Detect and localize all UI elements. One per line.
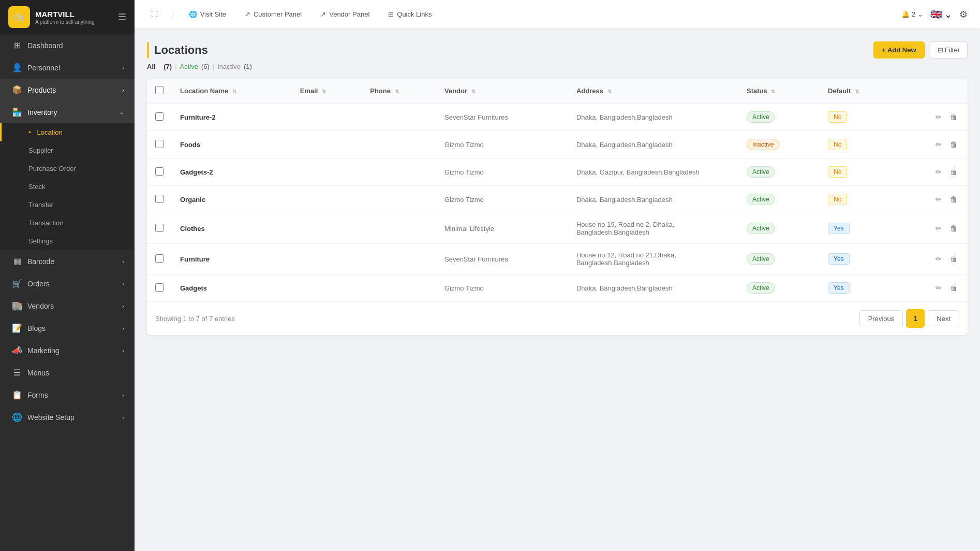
select-all-checkbox[interactable] — [155, 86, 164, 94]
cell-vendor: Gizmo Tizmo — [436, 274, 568, 302]
col-address: Address ⇅ — [568, 79, 738, 104]
add-new-button[interactable]: + Add New — [873, 41, 924, 59]
sidebar-item-stock[interactable]: Stock — [0, 178, 135, 196]
filter-active-count: (6) — [201, 63, 210, 70]
sidebar-item-menus[interactable]: ☰ Menus — [0, 361, 135, 384]
edit-button[interactable]: ✏ — [933, 222, 944, 235]
main-area: ⛶ | 🌐 Visit Site ↗ Customer Panel ↗ Vend… — [135, 0, 980, 551]
sidebar-item-location[interactable]: Location — [0, 123, 135, 141]
expand-btn[interactable]: ⛶ — [147, 8, 162, 20]
cell-location-name: Foods — [172, 131, 292, 158]
row-checkbox[interactable] — [155, 254, 164, 263]
filter-button[interactable]: ⊟ Filter — [930, 41, 968, 59]
sidebar-item-blogs[interactable]: 📝 Blogs › — [0, 317, 135, 339]
visit-site-btn[interactable]: 🌐 Visit Site — [185, 8, 230, 20]
row-checkbox[interactable] — [155, 195, 164, 203]
sidebar-item-marketing[interactable]: 📣 Marketing › — [0, 339, 135, 361]
col-email: Email ⇅ — [292, 79, 362, 104]
row-actions: ✏ 🗑 — [906, 166, 959, 178]
row-checkbox[interactable] — [155, 140, 164, 148]
sidebar-item-purchase-order[interactable]: Purchase Order — [0, 160, 135, 178]
sidebar-item-supplier[interactable]: Supplier — [0, 141, 135, 160]
default-badge: Yes — [828, 253, 850, 265]
delete-button[interactable]: 🗑 — [948, 138, 959, 151]
edit-button[interactable]: ✏ — [933, 166, 944, 178]
customer-panel-btn[interactable]: ↗ Customer Panel — [241, 8, 306, 20]
cell-phone — [362, 186, 436, 213]
delete-button[interactable]: 🗑 — [948, 253, 959, 265]
cell-address: Dhaka, Gazipur, Bangladesh,Bangladesh — [568, 158, 738, 186]
hamburger-icon[interactable]: ☰ — [118, 11, 126, 23]
row-checkbox[interactable] — [155, 167, 164, 176]
row-checkbox[interactable] — [155, 224, 164, 232]
cell-phone — [362, 131, 436, 158]
chevron-right-icon: › — [122, 414, 124, 421]
chevron-right-icon: › — [122, 347, 124, 354]
delete-button[interactable]: 🗑 — [948, 111, 959, 123]
inventory-icon: 🏪 — [12, 107, 22, 117]
chevron-down-icon: ⌄ — [944, 9, 952, 20]
filter-active[interactable]: Active — [180, 63, 198, 70]
notification-btn[interactable]: 🔔 2 ⌄ — [901, 10, 923, 18]
delete-button[interactable]: 🗑 — [948, 282, 959, 294]
page-1-button[interactable]: 1 — [906, 309, 925, 328]
sidebar-item-website-setup[interactable]: 🌐 Website Setup › — [0, 406, 135, 428]
edit-button[interactable]: ✏ — [933, 253, 944, 265]
edit-button[interactable]: ✏ — [933, 193, 944, 206]
delete-button[interactable]: 🗑 — [948, 222, 959, 235]
sidebar-item-settings[interactable]: Settings — [0, 232, 135, 250]
edit-button[interactable]: ✏ — [933, 111, 944, 123]
language-selector[interactable]: 🇬🇧 ⌄ — [930, 9, 952, 20]
sidebar-item-transaction[interactable]: Transaction — [0, 214, 135, 232]
sidebar-item-transfer[interactable]: Transfer — [0, 196, 135, 214]
cell-address: Dhaka, Bangladesh,Bangladesh — [568, 131, 738, 158]
cell-default: No — [820, 186, 898, 213]
sidebar-item-dashboard[interactable]: ⊞ Dashboard — [0, 34, 135, 56]
locations-table-card: Location Name ⇅ Email ⇅ Phone ⇅ Vendor ⇅… — [147, 79, 968, 335]
filter-all-count: (7) — [164, 63, 172, 70]
sidebar-item-vendors[interactable]: 🏬 Vendors › — [0, 295, 135, 317]
inventory-submenu: Location Supplier Purchase Order Stock T… — [0, 123, 135, 250]
delete-button[interactable]: 🗑 — [948, 193, 959, 206]
edit-button[interactable]: ✏ — [933, 282, 944, 294]
table-body: Furniture-2 SevenStar Furnitures Dhaka, … — [147, 104, 968, 302]
chevron-down-icon: ⌄ — [917, 10, 923, 18]
sidebar-item-barcode[interactable]: ▦ Barcode › — [0, 250, 135, 272]
status-badge: Active — [747, 223, 775, 234]
row-checkbox-cell — [147, 131, 172, 158]
row-checkbox[interactable] — [155, 112, 164, 121]
cell-address: Dhaka, Bangladesh,Bangladesh — [568, 274, 738, 302]
settings-gear-btn[interactable]: ⚙ — [959, 9, 968, 20]
quick-links-btn[interactable]: ⊞ Quick Links — [384, 8, 436, 20]
status-badge: Active — [747, 282, 775, 294]
sidebar-item-forms[interactable]: 📋 Forms › — [0, 384, 135, 406]
pagination: Previous 1 Next — [859, 309, 959, 328]
status-badge: Active — [747, 194, 775, 205]
next-button[interactable]: Next — [928, 310, 959, 327]
products-icon: 📦 — [12, 85, 22, 95]
sidebar-item-inventory[interactable]: 🏪 Inventory ⌄ — [0, 101, 135, 123]
row-checkbox[interactable] — [155, 283, 164, 292]
sidebar-item-personnel[interactable]: 👤 Personnel › — [0, 56, 135, 79]
website-setup-icon: 🌐 — [12, 412, 22, 422]
filter-inactive[interactable]: Inactive — [217, 63, 241, 70]
cell-location-name: Furniture — [172, 244, 292, 274]
title-accent-bar — [147, 42, 149, 59]
cell-email — [292, 131, 362, 158]
sidebar-item-products[interactable]: 📦 Products › — [0, 79, 135, 101]
quick-links-icon: ⊞ — [388, 10, 394, 18]
cell-actions: ✏ 🗑 — [898, 213, 968, 244]
vendor-panel-btn[interactable]: ↗ Vendor Panel — [316, 8, 374, 20]
topbar: ⛶ | 🌐 Visit Site ↗ Customer Panel ↗ Vend… — [135, 0, 980, 29]
sidebar: 🛍 MARTVILL A platform to sell anything ☰… — [0, 0, 135, 551]
col-actions — [898, 79, 968, 104]
filter-all[interactable]: All — [147, 63, 156, 70]
previous-button[interactable]: Previous — [859, 310, 903, 327]
status-badge: Active — [747, 166, 775, 178]
cell-address: House no 19, Road no 2, Dhaka, Banglades… — [568, 213, 738, 244]
delete-button[interactable]: 🗑 — [948, 166, 959, 178]
edit-button[interactable]: ✏ — [933, 138, 944, 151]
sidebar-item-orders[interactable]: 🛒 Orders › — [0, 272, 135, 295]
table-row: Gadgets Gizmo Tizmo Dhaka, Bangladesh,Ba… — [147, 274, 968, 302]
cell-location-name: Furniture-2 — [172, 104, 292, 131]
